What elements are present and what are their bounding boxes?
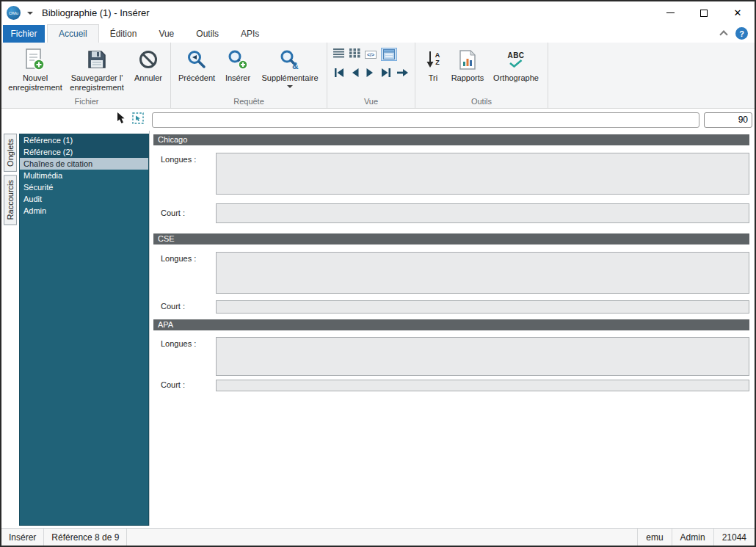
form-view-icon[interactable] <box>381 48 397 61</box>
help-button[interactable]: ? <box>735 27 748 40</box>
status-mode: Insérer <box>1 529 44 546</box>
status-spacer <box>127 529 637 546</box>
ribbon-group-outils: A Z Tri <box>415 43 548 108</box>
tab-vue[interactable]: Vue <box>148 24 185 43</box>
spelling-label: Orthographe <box>493 73 539 83</box>
extra-dropdown-icon[interactable] <box>287 85 293 88</box>
reports-button[interactable]: Rapports <box>448 44 487 96</box>
apa-long-textarea[interactable] <box>216 337 749 376</box>
extra-query-label: Supplémentaire <box>261 73 318 83</box>
spellcheck-icon: ABC <box>507 47 524 72</box>
chicago-long-textarea[interactable] <box>216 153 749 195</box>
sort-button[interactable]: A Z Tri <box>418 44 448 96</box>
chicago-short-input[interactable] <box>216 203 749 223</box>
form-area: Chicago Longues : Court : CSE Longues : … <box>149 131 755 526</box>
abc-text: ABC <box>507 52 524 59</box>
window-controls: ✕ <box>653 1 755 24</box>
section-header-chicago: Chicago <box>153 134 749 145</box>
maximize-icon <box>700 10 708 17</box>
vertical-tab-raccourcis[interactable]: Raccourcis <box>4 175 17 225</box>
reports-icon <box>459 47 476 72</box>
sidebar-item-reference-2[interactable]: Référence (2) <box>20 146 148 158</box>
nav-goto-icon[interactable] <box>397 67 409 80</box>
apa-short-label: Court : <box>150 380 216 391</box>
tab-outils[interactable]: Outils <box>185 24 230 43</box>
select-record-icon[interactable] <box>132 112 145 128</box>
sidebar-item-chaines-de-citation[interactable]: Chaînes de citation <box>20 158 148 170</box>
previous-button[interactable]: Précédent <box>174 44 219 96</box>
tab-fichier[interactable]: Fichier <box>3 25 45 43</box>
nav-last-icon[interactable] <box>380 67 391 80</box>
insert-button[interactable]: Insérer <box>219 44 256 96</box>
cse-long-label: Longues : <box>150 252 216 294</box>
tab-apis[interactable]: APIs <box>230 24 270 43</box>
cse-short-input[interactable] <box>216 300 749 314</box>
help-icon: ? <box>739 29 744 38</box>
ribbon: Nouvel enregistrement Sauvegarder <box>1 43 755 109</box>
status-session-code: 21044 <box>713 529 755 546</box>
filter-input[interactable] <box>152 112 699 128</box>
save-icon <box>87 47 106 72</box>
sidebar-item-reference-1[interactable]: Référence (1) <box>20 134 148 146</box>
apa-short-input[interactable] <box>216 380 749 391</box>
cse-short-label: Court : <box>150 300 216 314</box>
code-view-icon[interactable]: </> <box>365 51 377 59</box>
new-record-label: Nouvel enregistrement <box>8 73 62 92</box>
ribbon-group-label-outils: Outils <box>418 96 545 107</box>
filter-row-tools <box>1 112 152 128</box>
chicago-short-label: Court : <box>150 203 216 223</box>
list-view-icon[interactable] <box>333 48 345 61</box>
cancel-button[interactable]: Annuler <box>129 44 167 96</box>
sidebar-item-admin[interactable]: Admin <box>20 205 148 217</box>
section-header-apa: APA <box>153 319 749 330</box>
extra-query-button[interactable]: & Supplémentaire <box>256 44 324 96</box>
navigation-panel: Référence (1) Référence (2) Chaînes de c… <box>19 134 149 526</box>
nav-next-icon[interactable] <box>366 67 374 80</box>
sort-letter-z: Z <box>435 59 440 67</box>
grid-view-icon[interactable] <box>349 48 360 61</box>
nav-previous-icon[interactable] <box>351 67 360 80</box>
save-record-label: Sauvegarder l' enregistrement <box>68 73 126 92</box>
status-user: Admin <box>672 529 713 546</box>
sidebar-item-audit[interactable]: Audit <box>20 193 148 205</box>
app-icon[interactable]: OMu <box>7 6 21 20</box>
cancel-icon <box>139 47 158 72</box>
status-record-position: Référence 8 de 9 <box>44 529 127 546</box>
insert-label: Insérer <box>225 73 250 83</box>
ribbon-group-label-requete: Requête <box>174 96 324 107</box>
ribbon-group-label-fichier: Fichier <box>6 96 167 107</box>
section-header-cse: CSE <box>153 233 749 244</box>
new-record-icon <box>26 47 45 72</box>
vertical-tab-onglets[interactable]: Onglets <box>4 134 17 172</box>
collapse-ribbon-icon[interactable] <box>719 30 727 38</box>
sidebar-item-multimedia[interactable]: Multimédia <box>20 170 148 181</box>
minimize-button[interactable] <box>653 1 687 24</box>
close-button[interactable]: ✕ <box>721 1 755 24</box>
app-window: OMu Bibliographie (1) - Insérer ✕ Fichie… <box>0 0 756 547</box>
side-tab-strip: Onglets Raccourcis <box>1 131 18 528</box>
maximize-button[interactable] <box>687 1 721 24</box>
ribbon-group-label-vue: Vue <box>330 96 412 107</box>
nav-first-icon[interactable] <box>334 67 345 80</box>
ribbon-group-fichier: Nouvel enregistrement Sauvegarder <box>3 43 171 108</box>
search-insert-icon <box>228 47 248 72</box>
content-area: Onglets Raccourcis Référence (1) Référen… <box>1 131 755 528</box>
tab-row-right: ? <box>721 24 755 43</box>
cse-long-textarea[interactable] <box>216 252 749 294</box>
cursor-select-icon[interactable] <box>117 112 126 127</box>
ribbon-group-requete: Précédent Insérer <box>171 43 327 108</box>
sort-label: Tri <box>429 73 437 83</box>
sidebar-item-securite[interactable]: Sécurité <box>20 181 148 193</box>
titlebar-dropdown-icon[interactable] <box>27 12 33 15</box>
close-icon: ✕ <box>734 8 742 18</box>
new-record-button[interactable]: Nouvel enregistrement <box>6 44 65 96</box>
spelling-button[interactable]: ABC Orthographe <box>487 44 545 96</box>
tab-accueil[interactable]: Accueil <box>47 24 99 43</box>
titlebar: OMu Bibliographie (1) - Insérer ✕ <box>1 1 755 24</box>
app-badge: OMu <box>9 11 18 15</box>
status-environment: emu <box>637 529 671 546</box>
save-record-button[interactable]: Sauvegarder l' enregistrement <box>65 44 129 96</box>
tab-edition[interactable]: Édition <box>99 24 148 43</box>
record-counter-input[interactable] <box>704 112 752 128</box>
search-previous-icon <box>186 47 207 72</box>
